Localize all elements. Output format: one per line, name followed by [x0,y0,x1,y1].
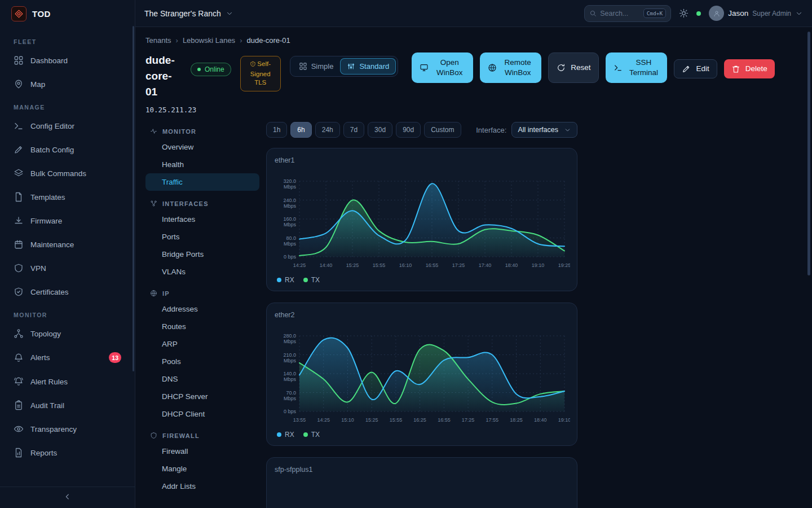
page-scrollbar[interactable] [807,32,810,275]
subnav-item-addresses[interactable]: Addresses [145,300,259,318]
page-title: dude-core-01 [145,52,182,100]
app-logo-icon [11,6,27,21]
breadcrumb-item-tenants[interactable]: Tenants [145,36,171,45]
tenant-selector[interactable]: The Stranger's Ranch [144,9,233,18]
search-input[interactable] [600,10,634,17]
sidebar-item-map[interactable]: Map [7,73,128,95]
sidebar-item-certificates[interactable]: Certificates [7,281,128,303]
chart-title: sfp-sfpplus1 [275,466,569,474]
sidebar-collapse-button[interactable] [0,487,135,508]
subnav-item-addr-lists[interactable]: Addr Lists [145,478,259,495]
subnav-group-interfaces: INTERFACES [145,195,259,211]
range-button-custom[interactable]: Custom [424,122,461,138]
ssh-terminal-button[interactable]: SSH Terminal [606,52,667,83]
range-button-6h[interactable]: 6h [290,122,311,138]
sidebar-item-label: Firmware [30,217,62,225]
tls-badge: Self-Signed TLS [240,56,281,91]
traffic-chart-card-ether2: ether2280.0Mbps210.0Mbps140.0Mbps70.0Mbp… [266,303,577,446]
sidebar-item-maintenance[interactable]: Maintenance [7,234,128,255]
sidebar-section-label-manage: MANAGE [14,104,121,111]
sidebar-item-vpn[interactable]: VPN [7,257,128,279]
sidebar-item-config-editor[interactable]: Config Editor [7,115,128,137]
network-icon [150,200,157,207]
subnav-item-dhcp-client[interactable]: DHCP Client [145,405,259,423]
view-toggle-standard[interactable]: Standard [340,58,396,75]
subnav-item-pools[interactable]: Pools [145,353,259,370]
svg-text:16:10: 16:10 [399,262,412,268]
action-label: Open WinBox [434,58,465,77]
subnav-item-ports[interactable]: Ports [145,228,259,246]
sidebar-item-dashboard[interactable]: Dashboard [7,50,128,71]
svg-text:18:25: 18:25 [510,417,523,423]
sidebar-item-reports[interactable]: Reports [7,442,128,463]
breadcrumb-item-dude-core-01: dude-core-01 [246,36,290,45]
range-button-90d[interactable]: 90d [396,122,421,138]
sidebar-item-transparency[interactable]: Transparency [7,418,128,440]
sidebar-item-topology[interactable]: Topology [7,323,128,344]
subnav-item-arp[interactable]: ARP [145,335,259,353]
chart-legend: RXTX [275,276,569,284]
view-toggle-simple[interactable]: Simple [292,58,341,75]
svg-text:0 bps: 0 bps [284,254,297,260]
subnav-item-overview[interactable]: Overview [145,138,259,156]
delete-button[interactable]: Delete [724,59,775,78]
subnav-item-bridge-ports[interactable]: Bridge Ports [145,246,259,263]
map-pin-icon [14,79,24,89]
legend-rx: RX [277,431,294,439]
globe-icon [150,290,157,297]
sidebar-item-bulk-commands[interactable]: Bulk Commands [7,163,128,184]
monitor-icon [420,63,429,72]
sidebar-item-alerts[interactable]: Alerts13 [7,347,128,369]
reset-button[interactable]: Reset [548,52,599,83]
sidebar-item-label: Alerts [30,353,50,362]
subnav-item-routes[interactable]: Routes [145,318,259,335]
subnav-item-traffic[interactable]: Traffic [145,173,259,191]
device-ip: 10.25.211.23 [145,106,182,114]
sidebar-scrollbar[interactable] [133,26,134,371]
svg-text:70.0Mbps: 70.0Mbps [284,390,297,401]
range-button-7d[interactable]: 7d [343,122,364,138]
subnav-item-firewall[interactable]: Firewall [145,443,259,460]
remote-winbox-button[interactable]: Remote WinBox [480,52,541,83]
sidebar-item-alert-rules[interactable]: Alert Rules [7,371,128,392]
chevron-left-icon [63,492,72,503]
legend-rx: RX [277,276,294,284]
user-role: Super Admin [752,10,791,17]
subnav-item-interfaces[interactable]: Interfaces [145,211,259,228]
traffic-chart-card-ether1: ether1320.0Mbps240.0Mbps160.0Mbps80.0Mbp… [266,148,577,291]
subnav-item-dhcp-server[interactable]: DHCP Server [145,388,259,405]
device-header: dude-core-01 10.25.211.23 Online Self-Si… [145,52,802,114]
subnav-item-vlans[interactable]: VLANs [145,263,259,281]
subnav-group-firewall: FIREWALL [145,427,259,443]
breadcrumb-item-lebowski-lanes[interactable]: Lebowski Lanes [183,36,235,45]
subnav-item-health[interactable]: Health [145,156,259,173]
sidebar-item-templates[interactable]: Templates [7,186,128,208]
sidebar-item-firmware[interactable]: Firmware [7,210,128,231]
sidebar-item-audit-trail[interactable]: Audit Trail [7,395,128,416]
traffic-chart-card-sfp-sfpplus1: sfp-sfpplus1 [266,457,577,508]
sidebar-item-label: Map [30,80,45,89]
subnav-group-label: IP [162,290,170,297]
edit-button[interactable]: Edit [674,59,717,78]
global-search[interactable]: Cmd+K [584,5,671,22]
open-winbox-button[interactable]: Open WinBox [412,52,473,83]
svg-text:14:25: 14:25 [293,262,306,268]
sidebar-item-batch-config[interactable]: Batch Config [7,139,128,160]
subnav-item-dns[interactable]: DNS [145,370,259,388]
theme-toggle-button[interactable] [679,8,689,18]
svg-text:15:10: 15:10 [341,417,354,423]
range-button-24h[interactable]: 24h [315,122,340,138]
range-button-30d[interactable]: 30d [368,122,392,138]
search-shortcut-badge: Cmd+K [643,8,667,18]
sidebar-section-label-fleet: FLEET [14,38,121,45]
legend-dot-icon [303,278,308,282]
sidebar-item-label: Alert Rules [30,378,68,386]
interface-select[interactable]: All interfaces [511,122,577,138]
user-menu[interactable]: Jason Super Admin [709,6,803,21]
device-subnav: MONITOROverviewHealthTrafficINTERFACESIn… [145,119,266,495]
range-button-1h[interactable]: 1h [266,122,287,138]
subnav-item-mangle[interactable]: Mangle [145,460,259,478]
sidebar-header: TOD [0,0,135,27]
device-title-column: dude-core-01 10.25.211.23 [145,52,182,114]
device-actions: Open WinBoxRemote WinBoxResetSSH Termina… [412,52,775,83]
